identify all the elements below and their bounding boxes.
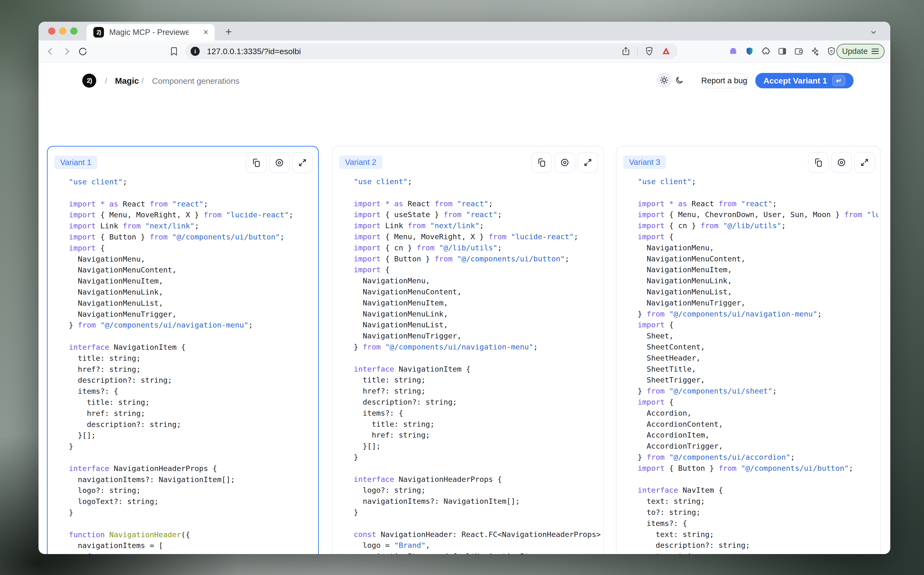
dark-theme-button[interactable] <box>672 73 687 88</box>
share-icon[interactable] <box>621 46 631 56</box>
light-theme-button[interactable] <box>656 73 672 88</box>
expand-icon <box>298 158 307 167</box>
minimize-window-button[interactable] <box>59 27 67 35</box>
copy-code-button[interactable] <box>246 152 266 173</box>
expand-button[interactable] <box>577 152 598 173</box>
preview-button[interactable] <box>269 152 290 173</box>
variant-badge: Variant 2 <box>339 156 382 169</box>
browser-window: 2) Magic MCP - Previewer × i 127.0.0.1:3… <box>38 22 890 554</box>
ghost-extension-icon[interactable] <box>728 46 738 56</box>
reload-icon[interactable] <box>78 46 88 57</box>
breadcrumb[interactable]: Magic <box>115 76 139 86</box>
extensions-puzzle-icon[interactable] <box>761 46 771 56</box>
variant-card: Variant 2 "use client";import * as React… <box>332 146 604 554</box>
brave-shield-icon[interactable] <box>644 46 655 57</box>
card-actions <box>531 152 598 173</box>
copy-icon <box>252 158 261 167</box>
focus-icon <box>560 158 569 167</box>
expand-icon <box>583 158 593 167</box>
shield-extension-icon[interactable] <box>745 46 754 56</box>
report-bug-label: Report a bug <box>701 76 747 85</box>
zoom-window-button[interactable] <box>70 27 78 35</box>
update-button[interactable]: Update <box>837 44 884 59</box>
page-content: 2) / Magic / Component generations Repo <box>38 63 890 554</box>
sparkle-ai-icon[interactable] <box>810 46 820 56</box>
expand-button[interactable] <box>292 152 313 173</box>
copy-code-button[interactable] <box>808 152 829 173</box>
theme-toggle <box>656 73 687 88</box>
variant-badge: Variant 1 <box>54 156 97 169</box>
variant-badge: Variant 3 <box>623 156 666 169</box>
browser-tab[interactable]: 2) Magic MCP - Previewer × <box>87 24 215 40</box>
breadcrumb-separator: / <box>105 76 107 86</box>
url-text[interactable]: 127.0.0.1:3335/?id=esolbi <box>207 47 621 56</box>
hamburger-menu-icon <box>872 49 879 54</box>
sun-icon <box>659 76 669 85</box>
expand-button[interactable] <box>854 152 875 173</box>
wallet-icon[interactable] <box>794 46 804 56</box>
copy-icon <box>813 158 823 167</box>
info-icon[interactable]: i <box>190 47 200 56</box>
tabstrip-chevron-icon[interactable] <box>869 28 878 37</box>
breadcrumb-separator: / <box>141 76 144 86</box>
tab-strip: 2) Magic MCP - Previewer × <box>38 22 890 40</box>
back-icon[interactable] <box>45 46 56 57</box>
variant-card: Variant 1 "use client";import * as React… <box>47 146 319 554</box>
report-bug-button[interactable]: Report a bug <box>701 73 748 88</box>
code-block[interactable]: "use client";import * as React from "rea… <box>354 177 602 554</box>
site-header: 2) / Magic / Component generations Repo <box>38 63 890 105</box>
vpn-shield-icon[interactable] <box>826 46 837 56</box>
forward-icon[interactable] <box>61 46 72 57</box>
preview-button[interactable] <box>831 152 852 173</box>
tab-favicon-icon: 2) <box>94 27 104 38</box>
tab-close-icon[interactable]: × <box>203 28 208 37</box>
tab-title: Magic MCP - Previewer <box>109 28 189 37</box>
browser-toolbar: i 127.0.0.1:3335/?id=esolbi <box>38 40 890 63</box>
focus-icon <box>274 158 284 167</box>
accept-variant-button[interactable]: Accept Variant 1 ↵ <box>755 73 854 88</box>
accept-variant-label: Accept Variant 1 <box>764 76 827 86</box>
focus-icon <box>837 158 846 167</box>
brave-rewards-icon[interactable] <box>661 46 671 57</box>
new-tab-plus-icon[interactable] <box>224 27 233 37</box>
preview-button[interactable] <box>555 152 575 173</box>
enter-key-icon: ↵ <box>832 75 845 86</box>
magic-logo-icon[interactable]: 2) <box>82 74 96 87</box>
card-actions <box>246 152 313 173</box>
expand-icon <box>860 158 869 167</box>
divider <box>637 47 638 56</box>
copy-icon <box>537 158 547 167</box>
bookmark-icon[interactable] <box>169 46 179 56</box>
sidebar-icon[interactable] <box>777 46 787 56</box>
code-block[interactable]: "use client";import * as React from "rea… <box>69 177 316 554</box>
moon-icon <box>675 76 684 85</box>
close-window-button[interactable] <box>48 27 55 35</box>
copy-code-button[interactable] <box>531 152 552 173</box>
variant-card: Variant 3 "use client";import * as React… <box>616 146 881 554</box>
code-block[interactable]: "use client";import * as React from "rea… <box>638 177 878 554</box>
url-bar[interactable]: i 127.0.0.1:3335/?id=esolbi <box>185 43 678 59</box>
card-actions <box>808 152 875 173</box>
page-title: Component generations <box>152 76 239 86</box>
update-label: Update <box>842 47 868 56</box>
